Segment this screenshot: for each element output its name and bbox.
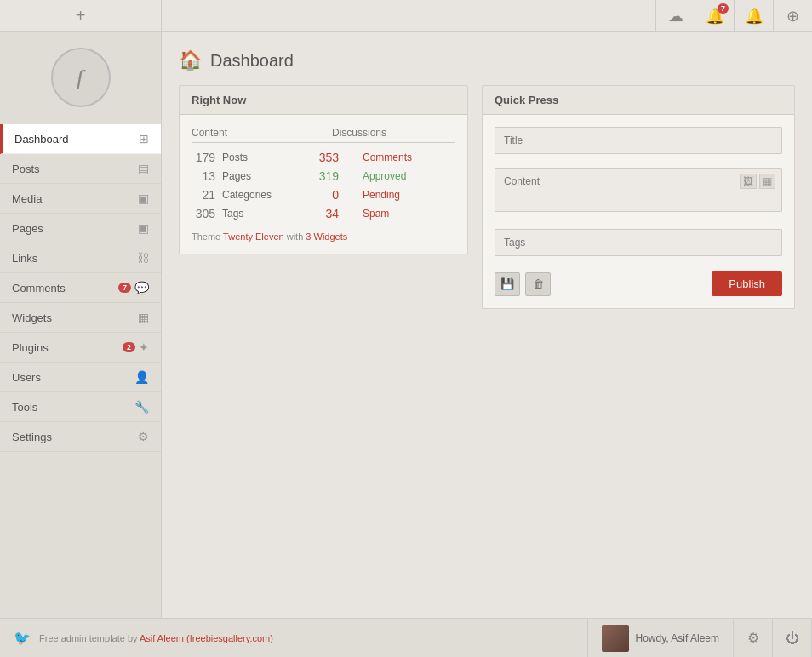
tags-input[interactable] — [495, 229, 782, 256]
trash-icon: 🗑 — [533, 277, 544, 290]
add-new-button[interactable]: + — [0, 0, 162, 32]
posts-count: 179 — [192, 151, 222, 164]
content-toolbar: 🖼 ▦ — [740, 174, 775, 189]
footer-settings-button[interactable]: ⚙ — [734, 619, 773, 658]
sidebar-item-plugins[interactable]: Plugins 2 ✦ — [0, 333, 161, 363]
theme-widgets-link[interactable]: 3 Widgets — [306, 231, 347, 242]
sidebar-item-pages[interactable]: Pages ▣ — [0, 214, 161, 243]
top-bar: + ☁ 🔔 7 🔔 ⊕ — [0, 0, 812, 32]
page-title: Dashboard — [210, 51, 294, 71]
quick-press-header: Quick Press — [483, 86, 794, 115]
quick-press-widget: Quick Press 🖼 ▦ — [482, 85, 795, 309]
content-column-header: Content — [192, 127, 315, 143]
widgets-row: Right Now Content Discussions 179 Posts … — [179, 85, 795, 309]
comments-icon: 💬 — [134, 281, 149, 294]
qp-title-row — [495, 127, 782, 161]
twitter-icon: 🐦 — [14, 630, 31, 646]
avatar — [602, 625, 629, 652]
qp-tags-row — [495, 229, 782, 263]
categories-label: Categories — [222, 189, 315, 201]
sidebar-item-widgets[interactable]: Widgets ▦ — [0, 303, 161, 333]
right-now-widget: Right Now Content Discussions 179 Posts … — [179, 85, 468, 254]
pages-icon: ▣ — [138, 221, 149, 235]
right-now-body: Content Discussions 179 Posts 353 Commen… — [180, 115, 467, 254]
posts-icon: ▤ — [138, 162, 149, 175]
sidebar-item-links[interactable]: Links ⛓ — [0, 243, 161, 273]
cloud-icon: ☁ — [668, 7, 683, 26]
sidebar-item-label: Widgets — [12, 311, 138, 324]
alert-icon: 🔔 — [745, 7, 763, 26]
comments-count: 353 — [315, 151, 346, 164]
publish-button[interactable]: Publish — [712, 271, 782, 296]
settings-icon: ⚙ — [747, 630, 759, 646]
theme-line: Theme Twenty Eleven with 3 Widgets — [192, 231, 455, 242]
delete-button[interactable]: 🗑 — [525, 272, 551, 296]
cloud-icon-button[interactable]: ☁ — [655, 0, 695, 32]
footer-power-button[interactable]: ⏻ — [773, 619, 812, 658]
theme-widgets: 3 Widgets — [306, 231, 347, 242]
footer-username: Howdy, Asif Aleem — [636, 632, 719, 644]
theme-with: with — [287, 231, 306, 242]
content-area: 🏠 Dashboard Right Now Content Discussion… — [162, 32, 812, 618]
author-name: Asif Aleem (freebiesgallery.com) — [140, 633, 273, 643]
sidebar-item-label: Dashboard — [14, 133, 139, 146]
sidebar-item-comments[interactable]: Comments 7 💬 — [0, 273, 161, 303]
users-icon: 👤 — [134, 370, 149, 384]
media-icon: ▣ — [138, 191, 149, 205]
logo-circle: ƒ — [51, 48, 111, 107]
tags-label: Tags — [222, 208, 315, 220]
grid-icon: ⊞ — [139, 132, 149, 146]
main-layout: ƒ Dashboard ⊞ Posts ▤ Media ▣ Pages ▣ Li… — [0, 32, 812, 618]
approved-count: 319 — [315, 169, 346, 183]
pending-count: 0 — [315, 188, 346, 202]
comments-label: Comments — [346, 151, 455, 163]
logo-letter: ƒ — [75, 64, 87, 91]
title-input[interactable] — [495, 127, 782, 154]
sidebar-item-label: Media — [12, 192, 138, 205]
sidebar-item-label: Settings — [12, 431, 138, 443]
theme-name-link[interactable]: Twenty Eleven — [223, 231, 287, 242]
table-icon[interactable]: ▦ — [759, 174, 775, 189]
sidebar-item-label: Comments — [12, 282, 118, 294]
wordpress-button[interactable]: ⊕ — [773, 0, 812, 32]
footer-text-prefix: Free admin template by — [39, 633, 138, 643]
sidebar-item-label: Tools — [12, 401, 134, 414]
wordpress-icon: ⊕ — [786, 7, 799, 26]
tags-count: 305 — [192, 207, 222, 220]
plugins-icon: ✦ — [139, 340, 149, 354]
table-row: 21 Categories 0 Pending — [192, 186, 455, 204]
sidebar-item-label: Posts — [12, 163, 138, 175]
sidebar-item-settings[interactable]: Settings ⚙ — [0, 422, 161, 452]
page-title-row: 🏠 Dashboard — [179, 49, 795, 71]
home-icon: 🏠 — [179, 49, 202, 71]
notifications-button[interactable]: 🔔 7 — [695, 0, 734, 32]
theme-name: Twenty Eleven — [223, 231, 284, 242]
spam-count: 34 — [315, 207, 346, 220]
table-row: 305 Tags 34 Spam — [192, 204, 455, 223]
footer-left: 🐦 Free admin template by Asif Aleem (fre… — [0, 630, 587, 646]
sidebar-item-posts[interactable]: Posts ▤ — [0, 154, 161, 184]
sidebar-item-tools[interactable]: Tools 🔧 — [0, 392, 161, 422]
save-draft-button[interactable]: 💾 — [495, 272, 520, 296]
sidebar-item-label: Pages — [12, 222, 138, 235]
footer-user: Howdy, Asif Aleem — [588, 619, 734, 658]
sidebar-item-label: Users — [12, 371, 134, 384]
footer: 🐦 Free admin template by Asif Aleem (fre… — [0, 618, 812, 657]
footer-right: Howdy, Asif Aleem ⚙ ⏻ — [587, 619, 812, 658]
discussions-column-header: Discussions — [315, 127, 455, 143]
footer-author-link[interactable]: Asif Aleem (freebiesgallery.com) — [140, 633, 273, 643]
sidebar-item-media[interactable]: Media ▣ — [0, 184, 161, 214]
settings-icon: ⚙ — [138, 430, 149, 443]
sidebar-logo: ƒ — [0, 32, 161, 117]
sidebar-item-users[interactable]: Users 👤 — [0, 363, 161, 392]
sidebar-item-dashboard[interactable]: Dashboard ⊞ — [0, 124, 161, 154]
tools-icon: 🔧 — [134, 400, 149, 414]
quick-press-body: 🖼 ▦ 💾 🗑 Publish — [483, 115, 794, 308]
image-icon[interactable]: 🖼 — [740, 174, 757, 189]
alerts-button[interactable]: 🔔 — [734, 0, 773, 32]
categories-count: 21 — [192, 188, 222, 202]
save-icon: 💾 — [500, 277, 514, 290]
pages-count: 13 — [192, 169, 222, 183]
comments-badge: 7 — [118, 283, 131, 293]
approved-label: Approved — [346, 170, 455, 182]
